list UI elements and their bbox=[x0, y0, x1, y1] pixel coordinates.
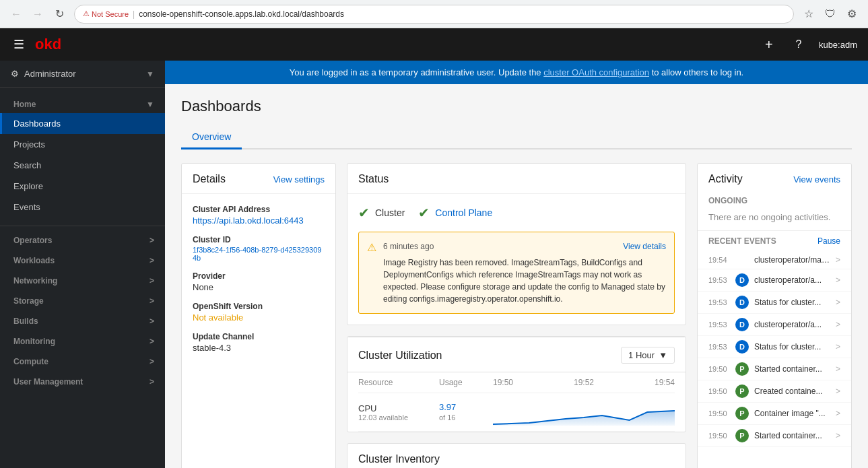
middle-column: Status ✔ Cluster ✔ Control Plane bbox=[347, 163, 686, 468]
event-text: Created containe... bbox=[754, 387, 830, 396]
shield-button[interactable]: 🛡 bbox=[821, 5, 840, 24]
warning-content: 6 minutes ago View details Image Registr… bbox=[383, 240, 666, 305]
sidebar-divider-1 bbox=[0, 226, 165, 226]
event-arrow-icon: > bbox=[836, 320, 840, 329]
star-button[interactable]: ☆ bbox=[799, 5, 818, 24]
sidebar-section-header[interactable]: ⚙ Administrator ▼ bbox=[0, 61, 165, 88]
time-label-2: 19:52 bbox=[574, 378, 594, 387]
forward-button[interactable]: → bbox=[28, 5, 47, 24]
top-nav: ☰ okd + ? kube:adm bbox=[0, 28, 868, 61]
activity-card: Activity View events Ongoing There are n… bbox=[697, 163, 852, 468]
event-time: 19:53 bbox=[708, 321, 730, 329]
event-item[interactable]: 19:53 D clusteroperator/a... > bbox=[698, 314, 851, 336]
event-d-icon: D bbox=[735, 296, 749, 309]
user-name[interactable]: kube:adm bbox=[819, 40, 857, 50]
event-time: 19:50 bbox=[708, 387, 730, 395]
address-bar[interactable]: ⚠ Not Secure | console-openshift-console… bbox=[74, 5, 794, 24]
cluster-id-value[interactable]: 1f3b8c24-1f56-408b-8279-d4253293094b bbox=[193, 246, 325, 262]
event-p-icon: P bbox=[735, 407, 749, 420]
event-item[interactable]: 19:50 P Started container... > bbox=[698, 425, 851, 447]
warning-text: Image Registry has been removed. ImageSt… bbox=[383, 258, 665, 304]
event-item[interactable]: 19:50 P Container image "... > bbox=[698, 403, 851, 425]
event-text: Container image "... bbox=[754, 409, 830, 418]
control-plane-link[interactable]: Control Plane bbox=[435, 207, 492, 218]
help-button[interactable]: ? bbox=[789, 35, 808, 54]
info-banner: You are logged in as a temporary adminis… bbox=[165, 61, 868, 84]
sidebar-item-events[interactable]: Events bbox=[0, 197, 165, 218]
event-arrow-icon: > bbox=[836, 255, 840, 265]
channel-value: stable-4.3 bbox=[193, 343, 325, 353]
sidebar-item-workloads[interactable]: Workloads > bbox=[0, 249, 165, 269]
app-container: ☰ okd + ? kube:adm ⚙ Administrator ▼ bbox=[0, 28, 868, 468]
event-time: 19:53 bbox=[708, 343, 730, 351]
ongoing-section: Ongoing There are no ongoing activities. bbox=[698, 193, 851, 230]
event-time: 19:50 bbox=[708, 432, 730, 440]
hamburger-button[interactable]: ☰ bbox=[11, 34, 27, 55]
sidebar-item-projects[interactable]: Projects bbox=[0, 134, 165, 155]
sidebar-item-search[interactable]: Search bbox=[0, 155, 165, 176]
event-arrow-icon: > bbox=[836, 342, 840, 352]
sidebar-item-home[interactable]: Home ▼ bbox=[0, 93, 165, 113]
event-d-icon: D bbox=[735, 318, 749, 331]
back-button[interactable]: ← bbox=[7, 5, 26, 24]
cluster-inventory-card: Cluster Inventory bbox=[347, 443, 686, 468]
add-button[interactable]: + bbox=[760, 35, 778, 54]
extensions-button[interactable]: ⚙ bbox=[842, 5, 861, 24]
sidebar-item-storage[interactable]: Storage > bbox=[0, 290, 165, 310]
event-item[interactable]: 19:50 P Started container... > bbox=[698, 358, 851, 380]
page-content: Dashboards Overview Details View setting… bbox=[165, 84, 868, 468]
event-item[interactable]: 19:53 D clusteroperator/a... > bbox=[698, 269, 851, 292]
cluster-inventory-title: Cluster Inventory bbox=[358, 453, 440, 465]
compute-chevron: > bbox=[149, 357, 154, 366]
event-text: clusteroperator/a... bbox=[754, 275, 830, 285]
tab-overview[interactable]: Overview bbox=[181, 126, 242, 149]
event-item[interactable]: 19:53 D Status for cluster... > bbox=[698, 292, 851, 314]
reload-button[interactable]: ↻ bbox=[50, 5, 69, 24]
sidebar-item-compute[interactable]: Compute > bbox=[0, 350, 165, 370]
event-text: Status for cluster... bbox=[754, 298, 830, 307]
warning-meta: 6 minutes ago View details bbox=[383, 240, 666, 253]
utilization-header: Cluster Utilization 1 Hour ▼ bbox=[347, 337, 686, 372]
event-text: Started container... bbox=[754, 364, 830, 374]
time-selector[interactable]: 1 Hour ▼ bbox=[621, 347, 675, 364]
event-item[interactable]: 19:54 clusteroperator/mac... > bbox=[698, 251, 851, 269]
activity-title: Activity bbox=[708, 173, 743, 185]
sidebar: ⚙ Administrator ▼ Home ▼ Dashboards Proj… bbox=[0, 61, 165, 468]
event-item[interactable]: 19:50 P Created containe... > bbox=[698, 380, 851, 403]
detail-openshift-version: OpenShift Version Not available bbox=[193, 302, 325, 323]
cluster-status-label: Cluster bbox=[375, 207, 405, 218]
oauth-link[interactable]: cluster OAuth configuration bbox=[543, 67, 649, 77]
sidebar-item-monitoring[interactable]: Monitoring > bbox=[0, 330, 165, 350]
pause-button[interactable]: Pause bbox=[817, 236, 840, 246]
event-time: 19:50 bbox=[708, 409, 730, 417]
cpu-label: CPU bbox=[358, 403, 439, 413]
event-p-icon: P bbox=[735, 385, 749, 398]
home-chevron: ▼ bbox=[146, 100, 154, 109]
sidebar-item-user-management[interactable]: User Management > bbox=[0, 370, 165, 391]
sidebar-item-networking[interactable]: Networking > bbox=[0, 269, 165, 290]
browser-nav-buttons: ← → ↻ bbox=[7, 5, 69, 24]
sidebar-item-explore[interactable]: Explore bbox=[0, 176, 165, 197]
api-address-value[interactable]: https://api.lab.okd.local:6443 bbox=[193, 215, 325, 226]
detail-cluster-id: Cluster ID 1f3b8c24-1f56-408b-8279-d4253… bbox=[193, 235, 325, 262]
event-item[interactable]: 19:53 D Status for cluster... > bbox=[698, 336, 851, 358]
detail-update-channel: Update Channel stable-4.3 bbox=[193, 332, 325, 353]
sidebar-item-builds[interactable]: Builds > bbox=[0, 310, 165, 330]
browser-actions: ☆ 🛡 ⚙ bbox=[799, 5, 861, 24]
builds-chevron: > bbox=[149, 316, 154, 326]
time-selector-chevron: ▼ bbox=[659, 350, 667, 360]
view-settings-link[interactable]: View settings bbox=[273, 174, 325, 185]
sidebar-item-operators[interactable]: Operators > bbox=[0, 229, 165, 249]
event-d-icon: D bbox=[735, 340, 749, 354]
plus-icon: + bbox=[765, 37, 773, 53]
cpu-chart bbox=[493, 399, 675, 426]
sidebar-item-dashboards[interactable]: Dashboards bbox=[0, 113, 165, 134]
event-text: clusteroperator/mac... bbox=[754, 255, 830, 265]
view-events-link[interactable]: View events bbox=[793, 174, 840, 185]
status-title: Status bbox=[358, 173, 389, 185]
logo-text: okd bbox=[35, 36, 61, 53]
cluster-check-icon: ✔ bbox=[358, 205, 370, 221]
view-details-link[interactable]: View details bbox=[623, 240, 666, 253]
event-p-icon: P bbox=[735, 429, 749, 442]
event-text: clusteroperator/a... bbox=[754, 320, 830, 329]
